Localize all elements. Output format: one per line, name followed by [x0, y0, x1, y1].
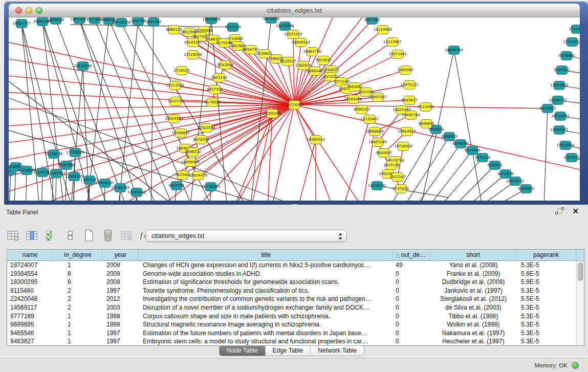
graph-node[interactable]: 16099489: [181, 158, 200, 167]
graph-node[interactable]: 10653287: [70, 17, 89, 24]
graph-node[interactable]: 8878334: [193, 136, 209, 144]
table-row[interactable]: 1456911722003Disruption of a novel membe…: [7, 303, 584, 312]
graph-node[interactable]: 18914479: [189, 171, 207, 180]
scrollbar-thumb[interactable]: [578, 262, 583, 281]
graph-node[interactable]: 9245652: [518, 185, 534, 193]
graph-edge[interactable]: [419, 150, 472, 201]
graph-node[interactable]: 8486322: [354, 105, 369, 114]
graph-node[interactable]: 8427552: [207, 85, 223, 94]
graph-node[interactable]: 19756928: [394, 142, 412, 151]
float-panel-icon[interactable]: [555, 208, 564, 216]
graph-node[interactable]: 12213389: [166, 81, 184, 90]
graph-node[interactable]: 15751074: [563, 38, 580, 47]
graph-node[interactable]: 7485063: [397, 66, 413, 75]
column-header-title[interactable]: title: [139, 250, 394, 260]
graph-edge[interactable]: [441, 165, 495, 201]
table-row[interactable]: 1830029562008Estimation of significance …: [7, 278, 584, 287]
graph-edge[interactable]: [378, 110, 402, 142]
graph-node[interactable]: 9457791: [168, 182, 184, 190]
graph-node[interactable]: 7625402: [175, 171, 190, 180]
delete-column-icon[interactable]: [101, 228, 115, 243]
graph-node[interactable]: 17359928: [66, 148, 84, 157]
graph-node[interactable]: 16640910: [292, 38, 310, 47]
table-mode-icon[interactable]: [6, 228, 20, 243]
graph-node[interactable]: 14055717: [12, 19, 31, 28]
graph-edge[interactable]: [543, 108, 548, 201]
vertical-scrollbar[interactable]: [576, 261, 584, 345]
graph-node[interactable]: 2935114: [474, 154, 491, 162]
graph-node[interactable]: 1003382: [145, 18, 161, 27]
graph-node[interactable]: 9170003: [204, 98, 220, 107]
graph-node[interactable]: 18807249: [368, 138, 387, 147]
graph-node[interactable]: 8860123: [166, 26, 182, 34]
create-column-icon[interactable]: [82, 228, 96, 243]
table-row[interactable]: 946362711997Embryonic stem cells: a mode…: [7, 337, 584, 346]
table-row[interactable]: 946554611997Estimation of the future num…: [7, 329, 584, 338]
window-titlebar[interactable]: citations_edges.txt: [9, 4, 580, 17]
table-selector-dropdown[interactable]: citations_edges.txt: [146, 230, 347, 242]
graph-node[interactable]: 7632621: [487, 161, 503, 170]
column-header-short[interactable]: short: [430, 250, 516, 260]
graph-node[interactable]: 12923448: [127, 188, 146, 197]
graph-edge[interactable]: [270, 105, 294, 201]
graph-node[interactable]: 16033809: [202, 17, 221, 24]
column-header-year[interactable]: year: [103, 250, 139, 260]
graph-edge[interactable]: [95, 19, 178, 201]
graph-node[interactable]: 1152766: [130, 17, 146, 26]
graph-node[interactable]: 12093832: [550, 81, 569, 90]
graph-node[interactable]: 16154808: [374, 26, 392, 34]
graph-node[interactable]: 9684067: [376, 149, 391, 158]
graph-node[interactable]: 12444137: [549, 96, 567, 105]
graph-node[interactable]: 15720407: [360, 115, 379, 124]
graph-node[interactable]: 8990448: [307, 67, 322, 76]
table-row[interactable]: 977716911998Corpus callosum shape and si…: [7, 312, 584, 321]
graph-node[interactable]: 8215953: [539, 104, 555, 113]
graph-node[interactable]: 12213987: [383, 38, 402, 47]
graph-node[interactable]: 12975125: [400, 81, 419, 90]
graph-edge[interactable]: [377, 186, 449, 198]
graph-edge[interactable]: [85, 20, 109, 201]
graph-edge[interactable]: [9, 105, 294, 110]
graph-node[interactable]: 9242848: [217, 61, 233, 70]
graph-node[interactable]: 2687682: [364, 17, 380, 25]
graph-node[interactable]: 1117532: [569, 25, 580, 34]
table-row[interactable]: 2242004622012Investigating the contribut…: [7, 295, 584, 303]
graph-node[interactable]: 15716485: [202, 183, 220, 191]
graph-edge[interactable]: [267, 114, 272, 201]
table-row[interactable]: 1938455462009Genome-wide association stu…: [7, 270, 584, 278]
graph-node[interactable]: 6679197: [452, 140, 468, 148]
graph-node[interactable]: 8220317: [280, 57, 296, 66]
graph-node[interactable]: 17016504: [556, 141, 575, 150]
show-column-icon[interactable]: [25, 228, 39, 243]
column-header-pagerank[interactable]: pagerank: [516, 250, 576, 260]
tab-network-table[interactable]: Network Table: [311, 346, 364, 356]
table-row[interactable]: 911546021997Tourette syndrome. Phenomeno…: [7, 287, 584, 295]
graph-node[interactable]: 15692971: [550, 126, 569, 135]
graph-node[interactable]: 9097588: [58, 161, 74, 170]
graph-node[interactable]: 2718120: [173, 67, 189, 75]
tab-node-table[interactable]: Node Table: [220, 346, 266, 356]
graph-node[interactable]: 16210643: [551, 112, 570, 121]
graph-node[interactable]: 9329966: [558, 52, 575, 60]
graph-node[interactable]: 9498222: [185, 148, 201, 157]
graph-node[interactable]: 9699695: [418, 120, 434, 128]
close-panel-icon[interactable]: ✕: [572, 207, 579, 216]
memory-status-icon[interactable]: [572, 362, 579, 369]
graph-edge[interactable]: [295, 140, 316, 201]
graph-node[interactable]: 18325419: [284, 30, 302, 39]
graph-node[interactable]: 7955812: [315, 56, 331, 65]
table-row[interactable]: 969969511998Structural magnetic resonanc…: [7, 320, 584, 329]
graph-node[interactable]: 8813054: [263, 17, 279, 24]
graph-node[interactable]: 1167533: [563, 154, 579, 162]
graph-node[interactable]: 9227342: [554, 66, 570, 75]
graph-node[interactable]: 1615152: [383, 161, 399, 170]
graph-node[interactable]: 1733426: [393, 185, 409, 193]
network-canvas[interactable]: 1872400718300295140557172089140610055281…: [9, 17, 580, 201]
graph-node[interactable]: 2803144: [211, 74, 227, 82]
graph-edge[interactable]: [293, 34, 294, 105]
graph-node[interactable]: 16648784: [445, 46, 463, 55]
graph-edge[interactable]: [454, 50, 485, 201]
select-all-icon[interactable]: [44, 228, 58, 243]
graph-edge[interactable]: [294, 105, 367, 201]
graph-node[interactable]: 19384554: [307, 136, 325, 144]
